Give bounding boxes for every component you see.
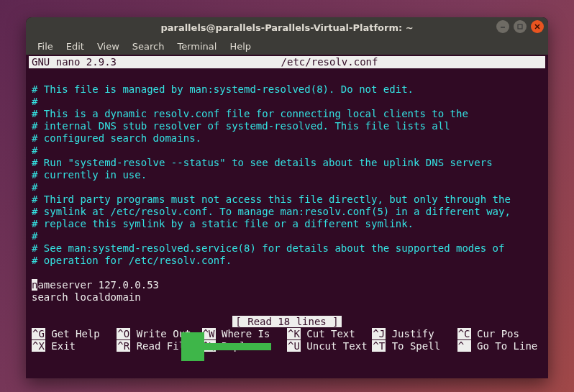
minimize-button[interactable]: [496, 20, 509, 33]
nano-status: [ Read 18 lines ]: [29, 316, 545, 328]
file-line: search localdomain: [32, 291, 542, 304]
menu-help[interactable]: Help: [224, 40, 257, 53]
file-line: # symlink at /etc/resolv.conf. To manage…: [32, 206, 542, 218]
file-line: # replace this symlink by a static file …: [32, 218, 542, 230]
window-title: parallels@parallels-Parallels-Virtual-Pl…: [160, 22, 413, 33]
terminal-body[interactable]: GNU nano 2.9.3 /etc/resolv.conf # This f…: [26, 55, 548, 378]
file-line: # configured search domains.: [32, 132, 542, 145]
shortcut-write-out: ^O Write Out: [117, 328, 201, 340]
shortcut-cut-text: ^K Cut Text: [287, 328, 372, 340]
shortcut-to-spell: ^T To Spell: [372, 340, 457, 352]
file-line: #: [32, 96, 542, 108]
file-line: # Third party programs must not access t…: [32, 193, 542, 206]
shortcut-uncut-text: ^U Uncut Text: [287, 340, 372, 352]
file-line: #: [32, 181, 542, 193]
file-line: # internal DNS stub resolver of systemd-…: [32, 120, 542, 132]
shortcut-go-to-line: ^_ Go To Line: [457, 340, 542, 352]
file-line-cursor: nameserver 127.0.0.53: [32, 279, 542, 291]
menu-edit[interactable]: Edit: [60, 40, 90, 53]
titlebar[interactable]: parallels@parallels-Parallels-Virtual-Pl…: [26, 17, 548, 37]
file-line: #: [32, 230, 542, 242]
close-button[interactable]: [531, 20, 544, 33]
window-controls: [496, 20, 544, 33]
file-line: # Run "systemd-resolve --status" to see …: [32, 157, 542, 169]
shortcut-get-help: ^G Get Help: [32, 328, 117, 340]
menu-view[interactable]: View: [91, 40, 125, 53]
shortcut-cur-pos: ^C Cur Pos: [457, 328, 542, 340]
menu-terminal[interactable]: Terminal: [171, 40, 222, 53]
file-line: # This file is managed by man:systemd-re…: [32, 83, 542, 96]
file-line: # This is a dynamic resolv.conf file for…: [32, 108, 542, 120]
file-line: #: [32, 145, 542, 157]
nano-status-text: [ Read 18 lines ]: [232, 316, 341, 327]
file-line: # currently in use.: [32, 169, 542, 181]
nano-app-name: GNU nano 2.9.3: [32, 56, 117, 68]
nano-header: GNU nano 2.9.3 /etc/resolv.conf: [29, 56, 545, 68]
shortcut-justify: ^J Justify: [372, 328, 457, 340]
nano-filename: /etc/resolv.conf: [117, 56, 542, 68]
editor-content[interactable]: # This file is managed by man:systemd-re…: [29, 68, 545, 316]
maximize-button[interactable]: [514, 20, 527, 33]
svg-rect-1: [518, 24, 522, 29]
shortcut-replace: ^\ Replace: [202, 340, 287, 352]
file-line: # See man:systemd-resolved.service(8) fo…: [32, 242, 542, 255]
menubar: File Edit View Search Terminal Help: [26, 37, 548, 55]
menu-search[interactable]: Search: [127, 40, 170, 53]
nano-shortcut-row: ^X Exit ^R Read File ^\ Replace ^U Uncut…: [29, 340, 545, 352]
shortcut-where-is: ^W Where Is: [202, 328, 287, 340]
shortcut-exit: ^X Exit: [32, 340, 117, 352]
shortcut-read-file: ^R Read File: [117, 340, 201, 352]
cursor-line-rest: ameserver 127.0.0.53: [37, 279, 159, 291]
menu-file[interactable]: File: [32, 40, 59, 53]
file-line: # operation for /etc/resolv.conf.: [32, 255, 542, 267]
terminal-window: parallels@parallels-Parallels-Virtual-Pl…: [26, 17, 548, 378]
nano-shortcut-row: ^G Get Help ^O Write Out ^W Where Is ^K …: [29, 328, 545, 340]
